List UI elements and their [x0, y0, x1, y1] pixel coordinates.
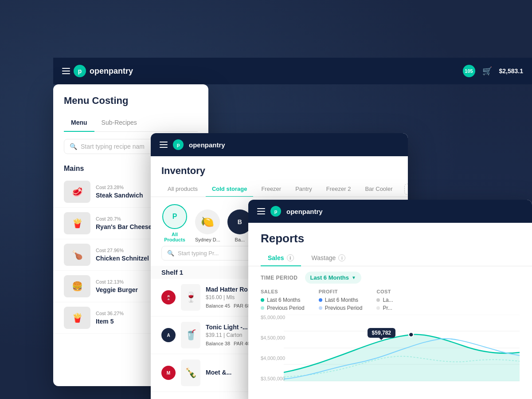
- menu-costing-title: Menu Costing: [64, 95, 198, 107]
- inv-tab-add-location[interactable]: + Add New Location: [404, 184, 408, 195]
- nav-logo: p openpantry: [62, 65, 133, 77]
- inventory-title: Inventory: [151, 156, 408, 177]
- rep-tab-wastage[interactable]: Wastage i: [305, 251, 353, 266]
- reports-navbar: p openpantry: [248, 200, 532, 223]
- menu-item-image: 🥩: [64, 181, 90, 203]
- cart-icon[interactable]: 🛒: [482, 66, 492, 76]
- legend-label: Previous Period: [325, 305, 363, 311]
- chart-tooltip: $59,782: [368, 328, 395, 338]
- legend-profit-title: PROFIT: [319, 289, 363, 294]
- reports-title: Reports: [248, 223, 532, 245]
- reports-legend: SALES Last 6 Months Previous Period PROF…: [248, 289, 532, 315]
- hamburger-menu[interactable]: [62, 68, 70, 74]
- inv-tab-all-products[interactable]: All products: [161, 182, 204, 197]
- rep-logo-icon: p: [270, 206, 281, 217]
- chevron-down-icon: ▼: [352, 275, 356, 280]
- menu-item-image: 🍟: [64, 212, 90, 234]
- product-all-label: All Products: [161, 232, 188, 242]
- inv-logo-text: openpantry: [189, 141, 225, 149]
- inv-item-image: 🍾: [181, 359, 200, 386]
- inv-tab-freezer[interactable]: Freezer: [255, 182, 287, 197]
- logo-icon: p: [74, 65, 86, 77]
- product-sydney[interactable]: 🍋 Sydney D...: [195, 209, 220, 242]
- product-ba-label: Ba...: [235, 237, 245, 242]
- inv-item-image: 🥤: [181, 322, 200, 348]
- chart-y-labels: $5,000,000 $4,500,000 $4,000,000 $3,500,…: [261, 315, 285, 381]
- inv-hamburger[interactable]: [160, 142, 168, 148]
- legend-dot-gray-light: [376, 306, 380, 310]
- y-label: $3,500,000: [261, 376, 285, 381]
- chart-svg: $59,782: [284, 315, 520, 381]
- legend-dot-blue: [319, 298, 322, 302]
- product-all[interactable]: P All Products: [161, 204, 188, 242]
- legend-item: Last 6 Months: [261, 297, 305, 303]
- inv-search-icon: 🔍: [167, 250, 174, 257]
- inv-par: PAR 68: [234, 303, 250, 308]
- inv-par: PAR 40: [234, 341, 250, 346]
- menu-costing-tabs: Menu Sub-Recipes: [64, 115, 198, 132]
- svg-point-5: [409, 332, 414, 337]
- inv-tab-pantry[interactable]: Pantry: [289, 182, 318, 197]
- food-emoji: 🍟: [64, 307, 90, 329]
- legend-cost: COST La... Pr...: [376, 289, 393, 311]
- product-sydney-icon: 🍋: [195, 209, 220, 234]
- inventory-navbar: p openpantry: [151, 133, 408, 156]
- food-emoji: 🥩: [64, 181, 90, 203]
- food-emoji: 🍗: [64, 244, 90, 266]
- legend-sales-title: SALES: [261, 289, 305, 294]
- legend-dot-teal: [261, 298, 264, 302]
- inv-search-placeholder: Start typing Pr...: [178, 250, 219, 257]
- y-label: $4,000,000: [261, 356, 285, 361]
- tab-menu[interactable]: Menu: [64, 115, 94, 131]
- reports-panel: p openpantry Reports Sales i Wastage i T…: [248, 200, 532, 399]
- top-navbar: p openpantry 105 🛒 $2,583.1: [53, 58, 532, 84]
- y-label: $5,000,000: [261, 315, 285, 320]
- legend-item: Previous Period: [319, 305, 363, 311]
- inv-brand-icon: A: [161, 328, 176, 342]
- legend-dot-blue-light: [319, 306, 322, 310]
- inv-tab-cold-storage[interactable]: Cold storage: [206, 182, 253, 197]
- nav-right: 105 🛒 $2,583.1: [463, 65, 524, 77]
- inv-logo-icon: p: [173, 139, 184, 150]
- menu-item-image: 🍗: [64, 244, 90, 266]
- rep-tab-sales[interactable]: Sales i: [261, 251, 301, 266]
- menu-item-image: 🍔: [64, 275, 90, 297]
- inv-tab-freezer2[interactable]: Freezer 2: [320, 182, 357, 197]
- legend-item: Previous Period: [261, 305, 305, 311]
- y-label: $4,500,000: [261, 335, 285, 340]
- inventory-tabs: All products Cold storage Freezer Pantry…: [151, 182, 408, 197]
- inv-brand-icon: M: [161, 366, 176, 380]
- nav-badge[interactable]: 105: [463, 65, 475, 77]
- food-emoji: 🍔: [64, 275, 90, 297]
- inv-item-image: 🍷: [181, 284, 200, 311]
- legend-label: Pr...: [383, 305, 392, 311]
- legend-dot-teal-light: [261, 306, 264, 310]
- rep-logo-text: openpantry: [286, 208, 323, 215]
- inv-balance: Balance 45: [206, 303, 230, 308]
- legend-item: Pr...: [376, 305, 393, 311]
- product-sydney-label: Sydney D...: [195, 237, 220, 242]
- tab-sub-recipes[interactable]: Sub-Recipes: [94, 115, 144, 131]
- menu-item-image: 🍟: [64, 307, 90, 329]
- wastage-info-icon[interactable]: i: [338, 254, 345, 261]
- recipe-search-placeholder: Start typing recipe nam: [81, 143, 145, 150]
- rep-hamburger[interactable]: [257, 208, 265, 214]
- inv-tab-bar-cooler[interactable]: Bar Cooler: [359, 182, 399, 197]
- time-period-dropdown[interactable]: Last 6 Months ▼: [305, 272, 361, 284]
- legend-label: La...: [383, 297, 393, 303]
- legend-dot-gray: [376, 298, 380, 302]
- sales-chart: $5,000,000 $4,500,000 $4,000,000 $3,500,…: [248, 315, 532, 395]
- search-icon: 🔍: [70, 143, 77, 150]
- inv-balance: Balance 38: [206, 341, 230, 346]
- product-all-icon: P: [162, 204, 187, 229]
- legend-label: Last 6 Months: [267, 297, 300, 303]
- legend-cost-title: COST: [376, 289, 393, 294]
- food-emoji: 🍟: [64, 212, 90, 234]
- legend-item: Last 6 Months: [319, 297, 363, 303]
- time-period-label: TIME PERIOD: [261, 275, 298, 281]
- logo-text: openpantry: [90, 67, 133, 76]
- sales-info-icon[interactable]: i: [287, 254, 294, 261]
- legend-item: La...: [376, 297, 393, 303]
- nav-price: $2,583.1: [499, 67, 524, 75]
- legend-profit: PROFIT Last 6 Months Previous Period: [319, 289, 363, 311]
